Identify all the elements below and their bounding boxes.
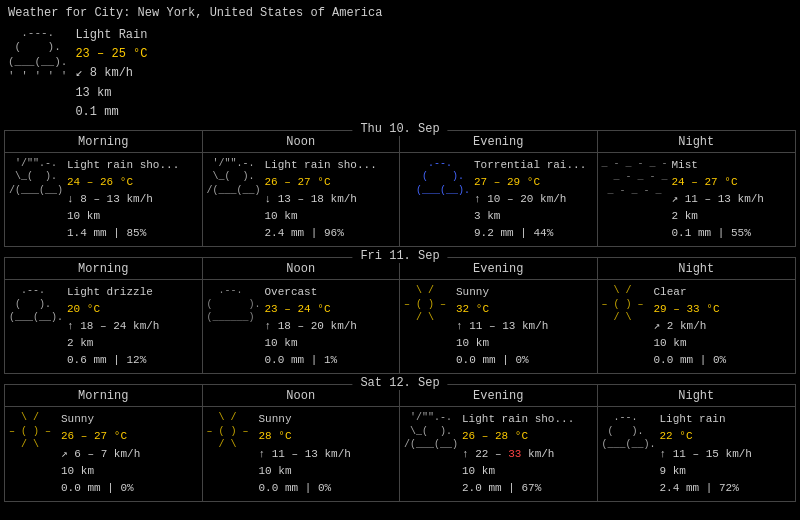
period-header-0-3: Night [598, 131, 796, 153]
temp-1-1: 23 – 24 °C [265, 301, 357, 318]
wind-0-1: ↓ 13 – 18 km/h [265, 191, 377, 208]
vis-1-1: 10 km [265, 335, 357, 352]
temp-0-0: 24 – 26 °C [67, 174, 179, 191]
period-cell-2-2: '/"".-. \_( ). /(___(__) Light rain sho.… [400, 407, 598, 500]
day-label-1: Fri 11. Sep [352, 249, 447, 263]
day-section-2: Sat 12. SepMorningNoonEveningNight \ / –… [4, 384, 796, 501]
precip-2-0: 0.0 mm | 0% [61, 480, 140, 497]
desc-0-2: Torrential rai... [474, 157, 586, 174]
desc-2-0: Sunny [61, 411, 140, 428]
vis-1-3: 10 km [654, 335, 727, 352]
vis-0-0: 10 km [67, 208, 179, 225]
page-title: Weather for City: New York, United State… [8, 6, 382, 20]
period-cell-1-2: \ / – ( ) – / \ Sunny 32 °C ↑ 11 – 13 km… [400, 280, 598, 373]
desc-0-3: Mist [672, 157, 764, 174]
period-cell-1-1: .--. ( ). (______) Overcast 23 – 24 °C ↑… [203, 280, 401, 373]
period-header-0-0: Morning [5, 131, 203, 153]
period-data-row-0: '/"".-. \_( ). /(___(__) Light rain sho.… [5, 153, 795, 246]
current-weather-icon: .---. ( ). (___(__). ' ' ' ' ' [8, 26, 67, 83]
desc-2-1: Sunny [259, 411, 351, 428]
vis-1-0: 2 km [67, 335, 159, 352]
period-cell-1-0: .--. ( ). (___(__). Light drizzle 20 °C … [5, 280, 203, 373]
current-precip: 0.1 mm [75, 103, 147, 122]
precip-2-2: 2.0 mm | 67% [462, 480, 574, 497]
temp-1-2: 32 °C [456, 301, 548, 318]
period-icon-2-1: \ / – ( ) – / \ [207, 411, 255, 452]
precip-1-2: 0.0 mm | 0% [456, 352, 548, 369]
period-cell-0-3: _ - _ - _ - _ - _ - _ _ - _ - _ Mist 24 … [598, 153, 796, 246]
day-section-0: Thu 10. SepMorningNoonEveningNight '/"".… [4, 130, 796, 247]
current-temp: 23 – 25 °C [75, 45, 147, 64]
temp-2-1: 28 °C [259, 428, 351, 445]
wind-1-3: ↗ 2 km/h [654, 318, 727, 335]
period-cell-2-0: \ / – ( ) – / \ Sunny 26 – 27 °C ↗ 6 – 7… [5, 407, 203, 500]
temp-0-3: 24 – 27 °C [672, 174, 764, 191]
precip-0-0: 1.4 mm | 85% [67, 225, 179, 242]
vis-2-2: 10 km [462, 463, 574, 480]
vis-1-2: 10 km [456, 335, 548, 352]
temp-0-2: 27 – 29 °C [474, 174, 586, 191]
period-cell-0-2: .--. ( ). (___(__). Torrential rai... 27… [400, 153, 598, 246]
temp-2-3: 22 °C [660, 428, 752, 445]
vis-0-3: 2 km [672, 208, 764, 225]
period-icon-0-1: '/"".-. \_( ). /(___(__) [207, 157, 261, 198]
precip-0-1: 2.4 mm | 96% [265, 225, 377, 242]
period-cell-0-0: '/"".-. \_( ). /(___(__) Light rain sho.… [5, 153, 203, 246]
desc-1-3: Clear [654, 284, 727, 301]
period-data-row-2: \ / – ( ) – / \ Sunny 26 – 27 °C ↗ 6 – 7… [5, 407, 795, 500]
vis-0-1: 10 km [265, 208, 377, 225]
period-info-0-1: Light rain sho... 26 – 27 °C ↓ 13 – 18 k… [261, 157, 377, 242]
period-header-1-0: Morning [5, 258, 203, 280]
wind-2-3: ↑ 11 – 15 km/h [660, 446, 752, 463]
desc-1-0: Light drizzle [67, 284, 159, 301]
vis-0-2: 3 km [474, 208, 586, 225]
period-data-row-1: .--. ( ). (___(__). Light drizzle 20 °C … [5, 280, 795, 373]
wind-2-1: ↑ 11 – 13 km/h [259, 446, 351, 463]
precip-2-3: 2.4 mm | 72% [660, 480, 752, 497]
period-icon-1-3: \ / – ( ) – / \ [602, 284, 650, 325]
temp-2-2: 26 – 28 °C [462, 428, 574, 445]
precip-0-3: 0.1 mm | 55% [672, 225, 764, 242]
desc-0-0: Light rain sho... [67, 157, 179, 174]
period-cell-0-1: '/"".-. \_( ). /(___(__) Light rain sho.… [203, 153, 401, 246]
precip-1-3: 0.0 mm | 0% [654, 352, 727, 369]
period-info-2-3: Light rain 22 °C ↑ 11 – 15 km/h 9 km 2.4… [656, 411, 752, 496]
period-icon-0-3: _ - _ - _ - _ - _ - _ _ - _ - _ [602, 157, 668, 198]
wind-1-1: ↑ 18 – 20 km/h [265, 318, 357, 335]
precip-0-2: 9.2 mm | 44% [474, 225, 586, 242]
current-weather-details: Light Rain 23 – 25 °C ↙ 8 km/h 13 km 0.1… [67, 26, 147, 122]
desc-1-2: Sunny [456, 284, 548, 301]
precip-2-1: 0.0 mm | 0% [259, 480, 351, 497]
day-section-1: Fri 11. SepMorningNoonEveningNight .--. … [4, 257, 796, 374]
days-container: Thu 10. SepMorningNoonEveningNight '/"".… [0, 130, 800, 502]
desc-2-3: Light rain [660, 411, 752, 428]
desc-0-1: Light rain sho... [265, 157, 377, 174]
desc-1-1: Overcast [265, 284, 357, 301]
precip-1-1: 0.0 mm | 1% [265, 352, 357, 369]
day-label-2: Sat 12. Sep [352, 376, 447, 390]
period-icon-1-0: .--. ( ). (___(__). [9, 284, 63, 325]
vis-2-0: 10 km [61, 463, 140, 480]
current-wind: ↙ 8 km/h [75, 64, 147, 83]
wind-0-0: ↓ 8 – 13 km/h [67, 191, 179, 208]
wind-2-0: ↗ 6 – 7 km/h [61, 446, 140, 463]
period-cell-1-3: \ / – ( ) – / \ Clear 29 – 33 °C ↗ 2 km/… [598, 280, 796, 373]
period-cell-2-3: .--. ( ). (___(__). Light rain 22 °C ↑ 1… [598, 407, 796, 500]
temp-1-3: 29 – 33 °C [654, 301, 727, 318]
temp-0-1: 26 – 27 °C [265, 174, 377, 191]
period-info-1-3: Clear 29 – 33 °C ↗ 2 km/h 10 km 0.0 mm |… [650, 284, 727, 369]
period-info-2-2: Light rain sho... 26 – 28 °C ↑ 22 – 33 k… [458, 411, 574, 496]
period-icon-0-0: '/"".-. \_( ). /(___(__) [9, 157, 63, 198]
wind-0-2: ↑ 10 – 20 km/h [474, 191, 586, 208]
period-header-2-0: Morning [5, 385, 203, 407]
period-icon-2-3: .--. ( ). (___(__). [602, 411, 656, 452]
period-info-2-1: Sunny 28 °C ↑ 11 – 13 km/h 10 km 0.0 mm … [255, 411, 351, 496]
temp-1-0: 20 °C [67, 301, 159, 318]
page-header: Weather for City: New York, United State… [0, 0, 800, 24]
wind-1-2: ↑ 11 – 13 km/h [456, 318, 548, 335]
current-weather: .---. ( ). (___(__). ' ' ' ' ' Light Rai… [0, 24, 800, 128]
vis-2-3: 9 km [660, 463, 752, 480]
temp-2-0: 26 – 27 °C [61, 428, 140, 445]
period-info-0-2: Torrential rai... 27 – 29 °C ↑ 10 – 20 k… [470, 157, 586, 242]
period-icon-2-2: '/"".-. \_( ). /(___(__) [404, 411, 458, 452]
